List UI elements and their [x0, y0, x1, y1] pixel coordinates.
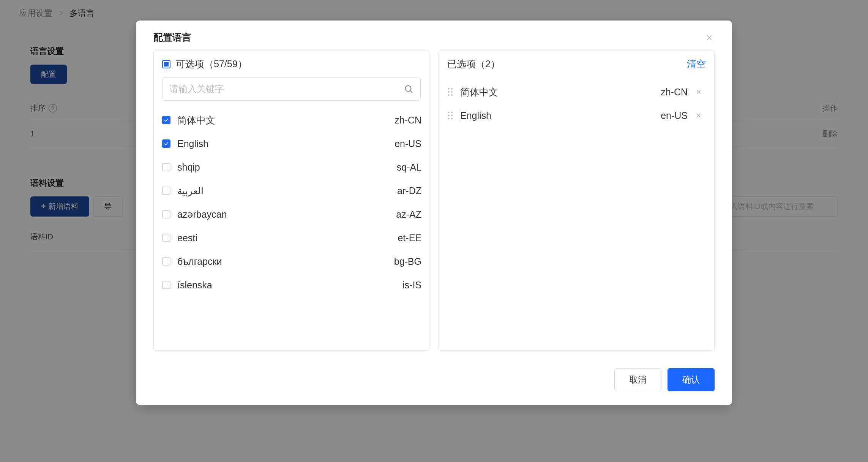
option-label: eesti — [177, 233, 391, 244]
option-label: íslenska — [177, 280, 396, 291]
svg-point-4 — [451, 91, 453, 93]
option-label: български — [177, 256, 387, 267]
available-list[interactable]: 简体中文zh-CNEnglishen-USshqipsq-ALالعربيةar… — [154, 104, 429, 350]
option-checkbox[interactable] — [162, 257, 170, 266]
selected-code: en-US — [661, 110, 688, 121]
option-item[interactable]: العربيةar-DZ — [162, 179, 425, 203]
configure-language-modal: 配置语言 可选项（57/59） — [136, 21, 732, 405]
option-label: 简体中文 — [177, 114, 388, 127]
selected-label: English — [460, 110, 654, 121]
svg-point-1 — [448, 88, 450, 90]
svg-point-3 — [448, 91, 450, 93]
option-item[interactable]: Englishen-US — [162, 132, 425, 155]
clear-button[interactable]: 清空 — [687, 58, 706, 70]
modal-title: 配置语言 — [153, 31, 191, 44]
search-box — [162, 77, 421, 101]
svg-point-6 — [451, 94, 453, 96]
option-label: English — [177, 138, 388, 149]
available-panel: 可选项（57/59） 简体中文zh-CNEnglishen-USshqipsq-… — [153, 51, 429, 351]
svg-point-11 — [448, 118, 450, 119]
remove-icon[interactable] — [694, 88, 703, 96]
option-label: azərbaycan — [177, 209, 389, 220]
selected-header: 已选项（2） — [447, 58, 500, 70]
close-icon[interactable] — [704, 32, 715, 43]
option-checkbox[interactable] — [162, 210, 170, 218]
drag-handle-icon[interactable] — [447, 111, 453, 120]
option-checkbox[interactable] — [162, 234, 170, 242]
svg-point-0 — [405, 85, 411, 91]
option-checkbox[interactable] — [162, 116, 170, 124]
svg-point-2 — [451, 88, 453, 90]
selected-label: 简体中文 — [460, 86, 654, 98]
search-input[interactable] — [169, 84, 404, 94]
svg-point-10 — [451, 115, 453, 116]
svg-point-9 — [448, 115, 450, 116]
select-all-checkbox[interactable] — [162, 60, 170, 68]
option-code: ar-DZ — [397, 185, 421, 196]
option-checkbox[interactable] — [162, 163, 170, 171]
option-label: العربية — [177, 185, 390, 196]
option-code: bg-BG — [394, 256, 421, 267]
option-item[interactable]: 简体中文zh-CN — [162, 108, 425, 132]
drag-handle-icon[interactable] — [447, 88, 453, 96]
option-item[interactable]: българскиbg-BG — [162, 250, 425, 273]
remove-icon[interactable] — [694, 111, 703, 120]
modal-overlay[interactable]: 配置语言 可选项（57/59） — [0, 0, 868, 462]
available-header: 可选项（57/59） — [176, 58, 247, 70]
selected-item: Englishen-US — [447, 104, 706, 127]
option-checkbox[interactable] — [162, 139, 170, 148]
option-checkbox[interactable] — [162, 281, 170, 289]
selected-code: zh-CN — [661, 87, 688, 98]
option-item[interactable]: azərbaycanaz-AZ — [162, 203, 425, 226]
selected-item: 简体中文zh-CN — [447, 80, 706, 104]
option-label: shqip — [177, 162, 390, 173]
svg-point-5 — [448, 94, 450, 96]
selected-panel: 已选项（2） 清空 简体中文zh-CNEnglishen-US — [439, 51, 715, 351]
option-code: et-EE — [398, 233, 421, 244]
option-code: is-IS — [402, 280, 421, 291]
svg-point-7 — [448, 112, 450, 113]
option-code: sq-AL — [397, 162, 421, 173]
option-code: az-AZ — [396, 209, 421, 220]
option-item[interactable]: eestiet-EE — [162, 226, 425, 250]
svg-point-8 — [451, 112, 453, 113]
option-item[interactable]: shqipsq-AL — [162, 155, 425, 179]
selected-list[interactable]: 简体中文zh-CNEnglishen-US — [439, 77, 714, 130]
option-code: zh-CN — [395, 115, 421, 126]
option-item[interactable]: íslenskais-IS — [162, 273, 425, 297]
svg-point-12 — [451, 118, 453, 119]
confirm-button[interactable]: 确认 — [668, 368, 715, 391]
option-code: en-US — [395, 138, 421, 149]
option-checkbox[interactable] — [162, 187, 170, 195]
cancel-button[interactable]: 取消 — [614, 368, 661, 391]
search-icon[interactable] — [404, 84, 413, 94]
